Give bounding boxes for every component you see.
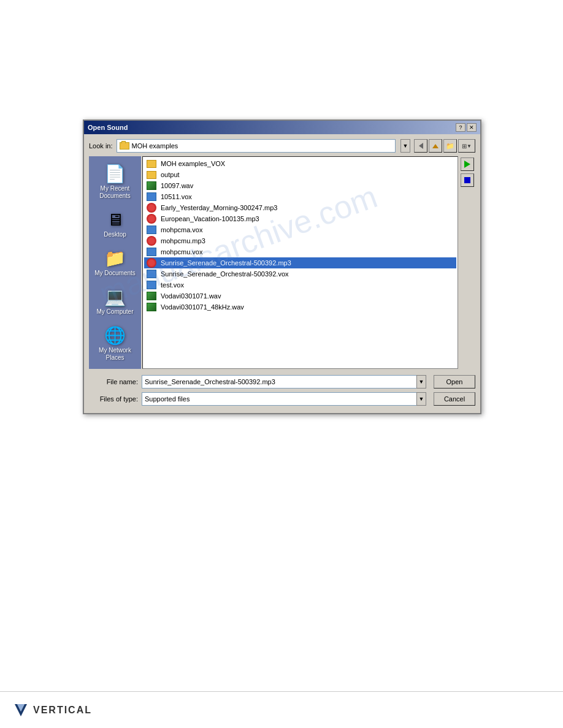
play-button[interactable] [461,157,474,171]
wav-icon [147,292,156,300]
back-button[interactable] [414,139,427,153]
sidebar: 📄 My RecentDocuments 🖥 Desktop 📁 My Docu… [89,156,141,369]
views-button[interactable]: ⊞ ▼ [458,139,475,153]
list-item[interactable]: test.vox [144,279,456,290]
file-name: output [161,171,180,178]
list-item[interactable]: mohpcmu.vox [144,246,456,257]
mp3-icon [147,203,156,213]
look-in-label: Look in: [89,142,113,150]
open-button[interactable]: Open [434,375,475,389]
sidebar-item-label-network: My NetworkPlaces [99,347,131,362]
form-rows: File name: ▼ Open Files of type: ▼ Cance… [89,373,475,408]
file-name: mohpcmu.vox [161,248,202,256]
list-item[interactable]: output [144,169,456,180]
vox-icon [147,226,156,234]
file-list: MOH examples_VOXoutput10097.wav10511.vox… [143,157,458,314]
up-icon [432,144,439,148]
file-name: mohpcmu.mp3 [161,237,205,245]
dialog-titlebar: Open Sound ? ✕ [84,121,480,134]
mydocs-icon: 📁 [104,248,126,268]
list-item[interactable]: 10097.wav [144,180,456,191]
mp3-icon [147,214,156,224]
close-button[interactable]: ✕ [467,123,477,132]
dialog: Open Sound ? ✕ Look in: MOH examples ▼ [83,119,481,414]
file-name: Vodavi0301071_48kHz.wav [161,303,244,311]
dropdown-arrow[interactable]: ▼ [400,139,410,153]
desktop-icon: 🖥 [107,210,124,230]
folder-icon [120,142,129,150]
vox-icon [147,281,156,289]
mycomp-icon: 💻 [104,287,126,307]
titlebar-buttons: ? ✕ [456,123,477,132]
file-name: 10097.wav [161,182,193,189]
file-name: Sunrise_Serenade_Orchestral-500392.vox [161,270,289,278]
file-name: European_Vacation-100135.mp3 [161,215,259,222]
file-name: Early_Yesterday_Morning-300247.mp3 [161,204,277,211]
sidebar-item-mycomp[interactable]: 💻 My Computer [91,284,139,318]
play-stop-buttons [459,156,475,369]
folder-name: MOH examples [132,142,393,150]
action-buttons: Open [434,375,475,389]
views-arrow-icon: ▼ [467,143,472,149]
list-item[interactable]: European_Vacation-100135.mp3 [144,213,456,224]
sidebar-item-mydocs[interactable]: 📁 My Documents [91,246,139,279]
folder-icon [147,160,156,168]
help-button[interactable]: ? [456,123,465,132]
stop-icon [464,177,470,183]
files-of-type-input[interactable] [142,392,417,406]
list-item[interactable]: Early_Yesterday_Morning-300247.mp3 [144,202,456,213]
up-button[interactable] [429,139,442,153]
wav-icon [147,303,156,311]
sidebar-item-recent[interactable]: 📄 My RecentDocuments [91,161,139,202]
cancel-button[interactable]: Cancel [434,392,475,406]
list-item[interactable]: Sunrise_Serenade_Orchestral-500392.mp3 [144,257,456,268]
recent-icon: 📄 [104,164,126,184]
vox-icon [147,270,156,278]
sidebar-item-desktop[interactable]: 🖥 Desktop [91,207,139,241]
toolbar-row: Look in: MOH examples ▼ 📁 ⊞ ▼ [89,139,475,153]
files-of-type-dropdown-arrow[interactable]: ▼ [416,392,426,406]
logo-container: VERTICAL [12,702,92,719]
file-name: 10511.vox [161,193,192,200]
list-item[interactable]: mohpcma.vox [144,224,456,235]
file-name-input[interactable] [142,375,417,389]
cancel-button-wrapper: Cancel [434,392,475,406]
files-of-type-input-wrapper: ▼ [142,392,426,406]
list-item[interactable]: Sunrise_Serenade_Orchestral-500392.vox [144,268,456,279]
file-name: MOH examples_VOX [161,160,225,167]
list-item[interactable]: MOH examples_VOX [144,158,456,169]
file-name: test.vox [161,281,184,289]
new-folder-button[interactable]: 📁 [443,139,457,153]
file-name-row: File name: ▼ Open [89,375,475,389]
nav-buttons: 📁 ⊞ ▼ [414,139,475,153]
network-icon: 🌐 [104,325,126,346]
file-name-dropdown-arrow[interactable]: ▼ [416,375,426,389]
file-list-container[interactable]: MOH examples_VOXoutput10097.wav10511.vox… [142,156,458,369]
file-name: Vodavi0301071.wav [161,292,221,300]
folder-icon [147,171,156,179]
back-icon [419,143,423,149]
dialog-body: Look in: MOH examples ▼ 📁 ⊞ ▼ [84,134,480,413]
sidebar-item-label-mydocs: My Documents [94,270,136,277]
list-item[interactable]: Vodavi0301071_48kHz.wav [144,301,456,313]
list-item[interactable]: Vodavi0301071.wav [144,290,456,301]
content-area: 📄 My RecentDocuments 🖥 Desktop 📁 My Docu… [89,156,475,369]
mp3-icon [147,258,156,268]
vox-icon [147,248,156,256]
sidebar-item-network[interactable]: 🌐 My NetworkPlaces [91,323,139,364]
sidebar-item-label-recent: My RecentDocuments [99,185,131,200]
folder-dropdown[interactable]: MOH examples [117,139,396,153]
files-of-type-row: Files of type: ▼ Cancel [89,392,475,406]
vox-icon [147,192,156,201]
new-folder-icon: 📁 [446,142,454,150]
list-item[interactable]: 10511.vox [144,191,456,202]
sidebar-item-label-mycomp: My Computer [96,308,133,316]
sidebar-item-label-desktop: Desktop [104,231,126,238]
stop-button[interactable] [461,173,474,187]
file-name: mohpcma.vox [161,226,202,233]
play-icon [464,161,470,168]
wav-icon [147,181,156,190]
dialog-title: Open Sound [88,124,128,131]
file-name-label: File name: [89,378,138,385]
list-item[interactable]: mohpcmu.mp3 [144,235,456,246]
